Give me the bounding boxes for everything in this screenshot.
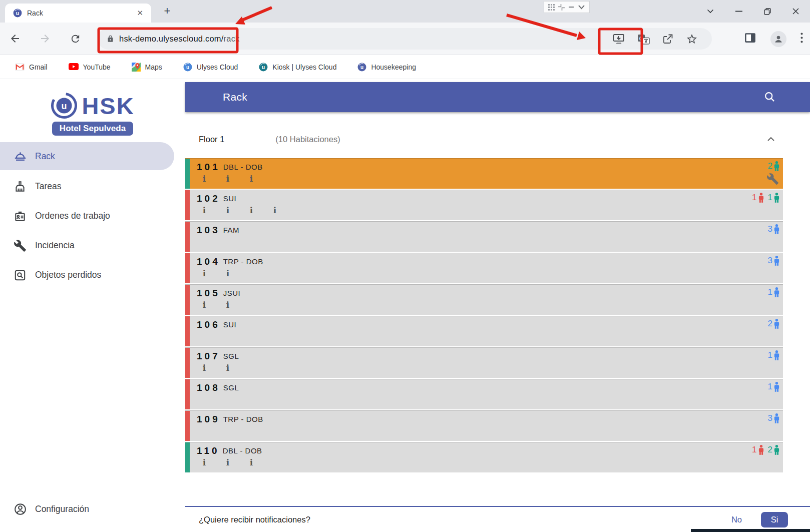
bookmark-youtube[interactable]: YouTube — [69, 63, 111, 71]
ulyses-teal-icon: u — [259, 63, 268, 72]
info-icon[interactable]: i — [225, 206, 231, 215]
room-occupancy: 2 — [768, 161, 780, 171]
sidebar-item-objetos-perdidos[interactable]: Objetos perdidos — [0, 260, 185, 290]
url-text[interactable]: hsk-demo.ulysescloud.com/rack — [119, 34, 240, 44]
floor-room-count: (10 Habitaciones) — [275, 135, 340, 144]
occupancy-count: 1 — [768, 350, 780, 360]
install-app-icon[interactable] — [612, 33, 625, 45]
new-tab-button[interactable]: + — [160, 5, 174, 19]
info-icon[interactable]: i — [201, 364, 207, 372]
info-icon[interactable]: i — [272, 206, 278, 215]
bookmark-star-icon[interactable] — [686, 33, 698, 45]
reload-icon[interactable] — [64, 28, 86, 50]
share-icon[interactable] — [662, 33, 674, 45]
sidebar-item-tareas[interactable]: Tareas — [0, 172, 185, 201]
info-icon[interactable]: i — [225, 301, 231, 309]
search-icon[interactable] — [763, 91, 776, 105]
lock-icon[interactable] — [107, 35, 114, 43]
room-row[interactable]: 107 SGL ii 1 — [185, 347, 783, 378]
window-restore-icon[interactable] — [753, 0, 781, 23]
profile-avatar[interactable] — [770, 31, 786, 47]
room-row[interactable]: 104 TRP - DOB ii 3 — [185, 253, 783, 283]
bookmark-label: Kiosk | Ulyses Cloud — [272, 63, 336, 71]
info-icon[interactable]: i — [248, 175, 254, 183]
occupant-person-icon — [773, 413, 780, 423]
url-path: rack — [224, 34, 240, 43]
notification-question: ¿Quiere recibir notificaciones? — [199, 515, 310, 524]
forward-icon[interactable] — [34, 28, 56, 50]
info-icon[interactable]: i — [248, 206, 254, 215]
room-row[interactable]: 108 SGL 1 — [185, 379, 783, 409]
info-icon[interactable]: i — [201, 301, 207, 309]
bookmark-kiosk-ulyses[interactable]: u Kiosk | Ulyses Cloud — [259, 63, 336, 72]
bookmark-label: YouTube — [83, 63, 111, 71]
floor-header[interactable]: Floor 1 (10 Habitaciones) — [185, 112, 810, 158]
hsk-logo-icon: u — [51, 92, 78, 119]
wrench-icon — [11, 239, 29, 252]
sidebar-item-rack[interactable]: Rack — [0, 142, 174, 170]
browser-menu-icon[interactable] — [800, 33, 803, 45]
info-icon[interactable]: i — [225, 269, 231, 278]
floor-name: Floor 1 — [199, 135, 224, 144]
info-icon[interactable]: i — [225, 364, 231, 372]
info-icon[interactable]: i — [201, 175, 207, 183]
sidebar-item-incidencia[interactable]: Incidencia — [0, 231, 185, 260]
minimize-overlay-icon[interactable] — [568, 4, 574, 10]
info-icon[interactable]: i — [225, 458, 231, 467]
info-icon[interactable]: i — [201, 269, 207, 278]
sidebar-item-ordenes[interactable]: Ordenes de trabajo — [0, 201, 185, 231]
info-icon[interactable]: i — [201, 458, 207, 467]
chevron-down-icon[interactable] — [578, 5, 585, 10]
bookmark-label: Housekeeping — [371, 63, 416, 71]
collapse-icon[interactable] — [558, 4, 565, 11]
window-close-icon[interactable] — [781, 0, 810, 23]
grid-icon[interactable] — [548, 4, 555, 11]
maintenance-wrench-icon[interactable] — [766, 173, 779, 187]
sidebar-item-configuracion[interactable]: Configuración — [0, 494, 185, 524]
bookmark-housekeeping[interactable]: u Housekeeping — [357, 63, 416, 72]
room-row[interactable]: 101 DBL - DOB iii 2 — [185, 158, 783, 189]
room-occupancy: 12 — [752, 445, 780, 455]
info-icon[interactable]: i — [201, 206, 207, 215]
room-number: 105 — [197, 288, 220, 299]
room-status-bar — [185, 379, 190, 409]
room-row[interactable]: 109 TRP - DOB 3 — [185, 410, 783, 441]
window-chevron-icon[interactable] — [696, 0, 724, 23]
room-number: 101 — [197, 162, 220, 173]
side-panel-icon[interactable] — [744, 32, 756, 46]
occupancy-count: 2 — [768, 319, 780, 329]
room-number: 102 — [197, 193, 220, 204]
room-occupancy: 1 — [768, 382, 780, 392]
room-status-bar — [185, 253, 190, 283]
occupancy-count: 2 — [768, 161, 780, 171]
svg-text:u: u — [186, 64, 189, 70]
window-minimize-icon[interactable] — [724, 0, 753, 23]
collapse-chevron-icon[interactable] — [767, 135, 775, 144]
room-row[interactable]: 102 SUI iiii 11 — [185, 190, 783, 220]
room-info-icons: ii — [197, 364, 778, 372]
info-icon[interactable]: i — [248, 458, 254, 467]
room-status-bar — [185, 222, 190, 252]
room-info-icons: iii — [197, 458, 778, 467]
tab-close-icon[interactable]: ✕ — [135, 8, 145, 19]
room-row[interactable]: 110 DBL - DOB iii 12 — [185, 442, 783, 472]
bookmark-gmail[interactable]: Gmail — [15, 63, 48, 71]
notification-yes-button[interactable]: Si — [761, 512, 788, 527]
occupant-person-icon — [773, 161, 780, 171]
translate-icon[interactable]: G — [637, 33, 650, 45]
occupant-person-icon — [758, 193, 764, 203]
info-icon[interactable]: i — [225, 175, 231, 183]
room-row[interactable]: 106 SUI 2 — [185, 316, 783, 346]
address-bar[interactable]: hsk-demo.ulysescloud.com/rack G — [98, 28, 712, 50]
bookmark-ulyses-cloud[interactable]: u Ulyses Cloud — [183, 63, 238, 72]
back-icon[interactable] — [4, 28, 26, 50]
occupant-person-icon — [773, 287, 780, 297]
room-row[interactable]: 103 FAM 3 — [185, 221, 783, 252]
room-row[interactable]: 105 JSUI ii 1 — [185, 284, 783, 315]
bookmark-maps[interactable]: Maps — [132, 63, 162, 72]
browser-toolbar: hsk-demo.ulysescloud.com/rack G — [0, 23, 810, 55]
browser-tab[interactable]: u Rack ✕ — [5, 4, 151, 23]
browser-titlebar: u Rack ✕ + — [0, 0, 810, 23]
notification-no-button[interactable]: No — [731, 515, 742, 524]
capture-overlay-toolbar[interactable] — [544, 1, 590, 13]
